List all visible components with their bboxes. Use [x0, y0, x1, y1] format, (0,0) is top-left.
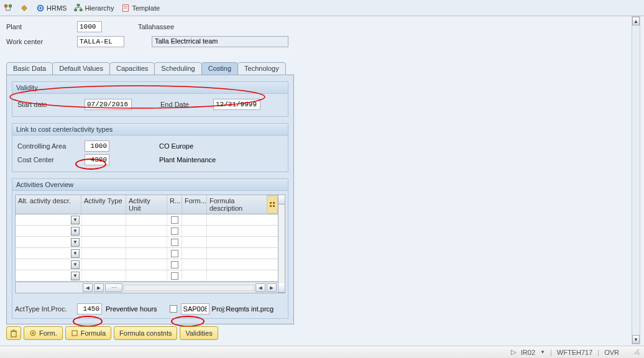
scroll-right-icon[interactable]: ►: [94, 283, 104, 292]
col-formula-desc[interactable]: Formula description: [207, 195, 267, 214]
org-assign-icon[interactable]: [4, 4, 12, 12]
checkbox[interactable]: [171, 272, 178, 280]
acttype-intproc-label: ActType Int.Proc.: [15, 305, 77, 313]
svg-rect-7: [78, 4, 80, 6]
col-activity-type[interactable]: Activity Type: [81, 195, 126, 214]
status-mode: OVR: [604, 349, 619, 356]
dropdown-icon[interactable]: ▼: [71, 260, 80, 269]
table-vscroll[interactable]: [278, 195, 285, 293]
col-alt-activity[interactable]: Alt. activity descr.: [16, 195, 81, 214]
tab-scheduling[interactable]: Scheduling: [154, 62, 201, 75]
col-activity-unit[interactable]: Activity Unit: [126, 195, 167, 214]
cost-center-text: Plant Maintenance: [159, 156, 216, 163]
end-date-label: End Date: [160, 101, 213, 108]
col-ref[interactable]: R...: [167, 195, 182, 214]
plant-input[interactable]: [77, 21, 102, 32]
tab-default-values[interactable]: Default Values: [52, 62, 110, 75]
start-date-input[interactable]: [85, 99, 132, 110]
cost-center-label: Cost Center: [17, 156, 85, 163]
svg-rect-17: [270, 202, 272, 204]
end-date-input[interactable]: [213, 99, 260, 110]
svg-rect-27: [72, 331, 77, 336]
controlling-area-text: CO Europe: [159, 142, 193, 150]
scroll-left-icon[interactable]: ◄: [83, 283, 93, 292]
checkbox[interactable]: [171, 216, 178, 224]
tab-basic-data[interactable]: Basic Data: [6, 62, 53, 75]
tab-costing[interactable]: Costing: [201, 62, 238, 75]
form-label: Form.: [39, 329, 57, 337]
svg-rect-22: [11, 331, 16, 337]
page-scroll-up[interactable]: ▲: [632, 17, 640, 25]
checkbox[interactable]: [171, 250, 178, 257]
checkbox[interactable]: [171, 239, 178, 246]
svg-line-29: [637, 352, 639, 354]
controlling-area-label: Controlling Area: [17, 142, 85, 150]
svg-rect-18: [273, 202, 275, 204]
formula-button[interactable]: Formula: [65, 326, 111, 340]
intproc-checkbox[interactable]: [170, 305, 177, 313]
activities-group: Activities Overview Alt. activity descr.…: [12, 178, 288, 319]
col-formula[interactable]: Form...: [182, 195, 207, 214]
validity-title: Validity: [12, 82, 288, 94]
template-button[interactable]: Template: [121, 4, 160, 12]
tab-capacities[interactable]: Capacities: [109, 62, 155, 75]
bottom-button-bar: Form. Formula Formula constnts Validitie…: [6, 326, 218, 340]
svg-rect-19: [270, 205, 272, 207]
activities-table: Alt. activity descr. Activity Type Activ…: [15, 195, 278, 282]
dropdown-icon[interactable]: ▼: [71, 216, 80, 224]
workcenter-input[interactable]: [77, 36, 124, 47]
delete-button[interactable]: [6, 326, 21, 340]
scroll-down-icon[interactable]: [278, 283, 285, 293]
workcenter-text: Talla Electrrical team: [152, 36, 288, 47]
hrms-button[interactable]: HRMS: [36, 4, 67, 12]
scroll-thumb[interactable]: ⋯: [105, 283, 122, 292]
table-row[interactable]: ▼: [16, 248, 278, 259]
checkbox[interactable]: [171, 261, 178, 268]
table-row[interactable]: ▼: [16, 226, 278, 237]
plant-text: Tallahassee: [138, 23, 174, 30]
dropdown-icon[interactable]: ▼: [71, 249, 80, 258]
acttype-intproc-text: Preventive hours: [106, 305, 157, 313]
intproc-code-input[interactable]: [181, 303, 209, 314]
main-area: Plant Tallahassee Work center Talla Elec…: [0, 16, 644, 346]
status-nav-icon[interactable]: ▷: [511, 348, 516, 356]
status-tcode: IR02: [521, 349, 535, 356]
table-config-button[interactable]: [267, 195, 278, 214]
table-row[interactable]: ▼: [16, 214, 278, 226]
validity-group: Validity Start date End Date: [12, 81, 288, 117]
scroll-left2-icon[interactable]: ◄: [255, 283, 265, 292]
status-sizegrip-icon[interactable]: [633, 348, 640, 357]
workcenter-label: Work center: [6, 38, 77, 45]
status-dropdown-icon[interactable]: ▼: [540, 349, 545, 355]
dropdown-icon[interactable]: ▼: [71, 272, 80, 280]
hierarchy-button[interactable]: Hierarchy: [74, 4, 114, 12]
table-row[interactable]: ▼: [16, 270, 278, 282]
checkbox[interactable]: [171, 227, 178, 235]
svg-rect-20: [273, 205, 275, 207]
validities-label: Validities: [185, 329, 212, 337]
table-row[interactable]: ▼: [16, 237, 278, 248]
status-host: WFTEH717: [557, 349, 592, 356]
cost-center-input[interactable]: [85, 154, 109, 165]
page-scroll-down[interactable]: ▼: [632, 335, 640, 344]
validities-button[interactable]: Validities: [180, 326, 218, 340]
scroll-up-icon[interactable]: [278, 195, 285, 204]
dropdown-icon[interactable]: ▼: [71, 227, 80, 236]
tab-technology[interactable]: Technology: [237, 62, 286, 75]
constants-label: Formula constnts: [119, 329, 172, 337]
controlling-area-input[interactable]: [85, 140, 109, 152]
formula-constants-button[interactable]: Formula constnts: [114, 326, 177, 340]
table-row[interactable]: ▼: [16, 259, 278, 270]
scroll-right2-icon[interactable]: ►: [267, 283, 277, 292]
assignment-icon[interactable]: [20, 4, 29, 12]
table-hscroll[interactable]: ◄ ► ⋯ ◄ ►: [15, 282, 278, 293]
hrms-label: HRMS: [47, 4, 67, 12]
svg-line-30: [638, 354, 640, 355]
plant-label: Plant: [6, 23, 77, 30]
dropdown-icon[interactable]: ▼: [71, 238, 80, 247]
acttype-intproc-input[interactable]: [77, 303, 102, 314]
hierarchy-label: Hierarchy: [85, 4, 114, 12]
activities-title: Activities Overview: [12, 179, 288, 191]
page-vscroll[interactable]: ▲ ▼: [632, 16, 640, 344]
form-button[interactable]: Form.: [24, 326, 63, 340]
